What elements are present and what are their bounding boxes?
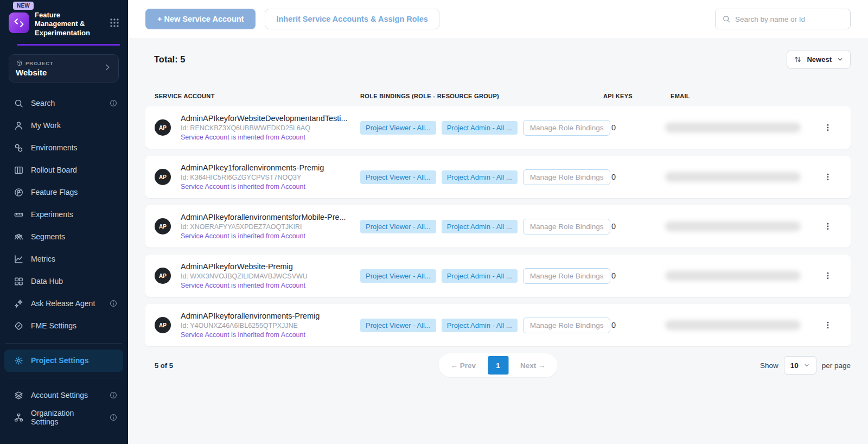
search-icon (14, 98, 24, 109)
sidebar-item-label: Metrics (31, 255, 55, 263)
prev-page-button[interactable]: ← Prev (442, 357, 484, 374)
email-redacted (665, 123, 801, 132)
sidebar-divider (5, 343, 122, 344)
role-binding-chip[interactable]: Project Admin - All ... (442, 269, 518, 283)
sort-value: Newest (807, 55, 832, 64)
page-1-button[interactable]: 1 (488, 356, 508, 375)
show-label: Show (760, 361, 778, 370)
sidebar-item-label: My Work (31, 121, 61, 130)
sidebar-item-experiments[interactable]: Experiments (4, 204, 123, 226)
inherit-service-accounts-button[interactable]: Inherit Service Accounts & Assign Roles (265, 9, 439, 29)
user-icon (14, 120, 24, 131)
people-icon (14, 232, 24, 242)
avatar: AP (155, 317, 171, 333)
row-kebab-menu[interactable] (820, 169, 835, 185)
service-account-name[interactable]: AdminAPIkeyforallenvironments-Premig (181, 312, 320, 320)
new-service-account-button[interactable]: + New Service Account (145, 9, 256, 29)
sidebar-item-label: Organization Settings (31, 409, 102, 426)
service-account-id: Id: K364HIC5RI6GZGYCPVST7NOQ3Y (181, 174, 324, 181)
sidebar-item-metrics[interactable]: Metrics (4, 248, 123, 270)
sidebar-item-ask-release-agent[interactable]: Ask Release Agent (4, 293, 123, 315)
service-account-name[interactable]: AdminAPIkeyforWebsite-Premig (181, 262, 308, 271)
service-account-name[interactable]: AdminAPIkeyforallenvironmentsforMobile-P… (181, 213, 346, 221)
info-icon[interactable] (109, 391, 118, 399)
sidebar-item-organization-settings[interactable]: Organization Settings (4, 407, 123, 429)
avatar: AP (155, 218, 171, 234)
sidebar-item-label: Data Hub (31, 277, 63, 286)
service-account-name[interactable]: AdminAPIkey1forallenvironments-Premig (181, 163, 324, 172)
new-badge: NEW (13, 2, 34, 10)
row-kebab-menu[interactable] (820, 120, 835, 135)
row-kebab-menu[interactable] (820, 268, 835, 283)
role-binding-chip[interactable]: Project Viewer - All... (360, 170, 436, 184)
total-count: Total: 5 (145, 54, 185, 65)
role-binding-chip[interactable]: Project Viewer - All... (360, 220, 436, 233)
sidebar-nav: Search My Work Environments Rollout Boar… (0, 86, 127, 444)
info-icon[interactable] (109, 99, 118, 107)
kebab-icon (824, 271, 832, 280)
role-binding-chip[interactable]: Project Admin - All ... (442, 319, 518, 332)
toolbar: + New Service Account Inherit Service Ac… (128, 0, 868, 38)
role-binding-chip[interactable]: Project Viewer - All... (360, 121, 436, 135)
sidebar-item-environments[interactable]: Environments (4, 137, 123, 159)
api-keys-count: 0 (603, 271, 671, 280)
manage-role-bindings-button[interactable]: Manage Role Bindings (523, 219, 611, 234)
info-icon[interactable] (109, 413, 118, 422)
sidebar-item-label: Segments (31, 232, 65, 241)
sparkles-icon (14, 299, 24, 309)
sidebar-item-project-settings[interactable]: Project Settings (4, 350, 123, 372)
sidebar-item-label: Search (31, 99, 55, 107)
next-page-button[interactable]: Next → (512, 357, 554, 374)
sidebar-item-feature-flags[interactable]: Feature Flags (4, 181, 123, 204)
chevron-down-icon (803, 362, 810, 369)
avatar: AP (155, 268, 171, 284)
sidebar-item-data-hub[interactable]: Data Hub (4, 270, 123, 293)
service-account-id: Id: RENCKBZ3XQ6UBBWWEDKD25L6AQ (181, 124, 348, 132)
kebab-icon (824, 321, 832, 329)
role-binding-chip[interactable]: Project Viewer - All... (360, 269, 436, 283)
role-binding-chip[interactable]: Project Admin - All ... (442, 170, 518, 184)
per-page-select[interactable]: 10 (784, 356, 816, 375)
sidebar-item-label: Experiments (31, 210, 73, 219)
manage-role-bindings-button[interactable]: Manage Role Bindings (523, 268, 611, 284)
col-header-role-bindings: ROLE BINDINGS (ROLE - RESOURCE GROUP) (360, 93, 603, 99)
chevron-down-icon (837, 56, 844, 63)
role-binding-chip[interactable]: Project Viewer - All... (360, 319, 436, 332)
hexagons-icon (14, 143, 24, 153)
row-kebab-menu[interactable] (820, 318, 835, 333)
sidebar-item-rollout-board[interactable]: Rollout Board (4, 159, 123, 181)
inherited-note: Service Account is inherited from Accoun… (181, 232, 346, 240)
sidebar-item-account-settings[interactable]: Account Settings (4, 384, 123, 407)
search-icon (722, 15, 731, 23)
sidebar-item-segments[interactable]: Segments (4, 226, 123, 248)
manage-role-bindings-button[interactable]: Manage Role Bindings (523, 169, 611, 185)
sort-arrows-icon (794, 55, 802, 64)
sidebar-item-label: Project Settings (31, 356, 89, 365)
search-input[interactable] (735, 15, 844, 23)
col-header-email: EMAIL (671, 93, 820, 99)
content-panel: Total: 5 Newest SERVICE ACCOUNT (128, 38, 868, 444)
layers-icon (14, 390, 24, 401)
api-keys-count: 0 (603, 123, 671, 132)
col-header-service-account: SERVICE ACCOUNT (145, 93, 360, 99)
sort-dropdown[interactable]: Newest (787, 50, 851, 69)
cube-icon (16, 60, 23, 67)
role-binding-chip[interactable]: Project Admin - All ... (442, 121, 518, 135)
manage-role-bindings-button[interactable]: Manage Role Bindings (523, 120, 611, 136)
app-title: Feature Management & Experimentation (35, 11, 99, 37)
email-redacted (665, 271, 801, 281)
row-kebab-menu[interactable] (820, 219, 835, 234)
apps-grid-icon[interactable] (109, 17, 120, 30)
api-keys-count: 0 (603, 222, 671, 231)
sidebar-item-label: FME Settings (31, 321, 76, 330)
role-binding-chip[interactable]: Project Admin - All ... (442, 220, 518, 233)
table-header: SERVICE ACCOUNT ROLE BINDINGS (ROLE - RE… (145, 93, 851, 106)
project-selector[interactable]: PROJECT Website (9, 54, 119, 83)
manage-role-bindings-button[interactable]: Manage Role Bindings (523, 318, 611, 333)
info-icon[interactable] (109, 299, 118, 308)
sidebar-item-label: Rollout Board (31, 166, 77, 174)
sidebar-item-search[interactable]: Search (4, 92, 123, 115)
sidebar-item-my-work[interactable]: My Work (4, 115, 123, 137)
service-account-name[interactable]: AdminAPIkeyforWebsiteDevelopmentandTesti… (181, 114, 348, 123)
sidebar-item-fme-settings[interactable]: FME Settings (4, 315, 123, 337)
